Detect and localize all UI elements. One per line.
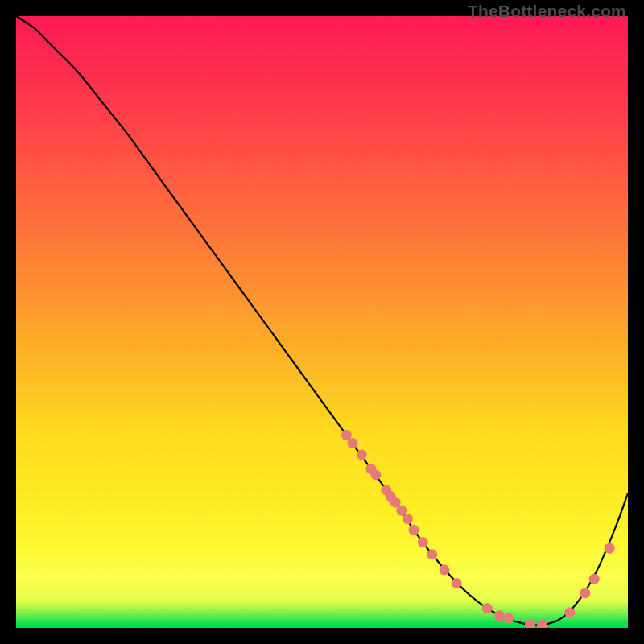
highlight-dot (482, 603, 493, 613)
highlight-dot (589, 574, 600, 584)
highlight-dot (503, 613, 514, 623)
highlight-dot (409, 525, 419, 535)
highlight-dot (357, 449, 367, 460)
highlight-dot (370, 470, 381, 481)
highlight-dot (418, 537, 428, 547)
chart-overlay (16, 16, 628, 628)
highlight-dot (427, 549, 437, 559)
highlight-dots-group (341, 430, 615, 628)
highlight-dot (537, 620, 547, 628)
highlight-dot (525, 619, 535, 628)
highlight-dot (402, 514, 413, 524)
highlight-dot (494, 610, 505, 621)
highlight-dot (348, 438, 358, 448)
highlight-dot (564, 608, 575, 618)
highlight-dot (580, 588, 590, 598)
chart-frame: TheBottleneck.com (0, 0, 644, 644)
highlight-dot (605, 543, 615, 554)
bottleneck-curve (16, 16, 628, 625)
highlight-dot (452, 578, 462, 588)
highlight-dot (440, 564, 450, 575)
highlight-dot (396, 506, 407, 516)
